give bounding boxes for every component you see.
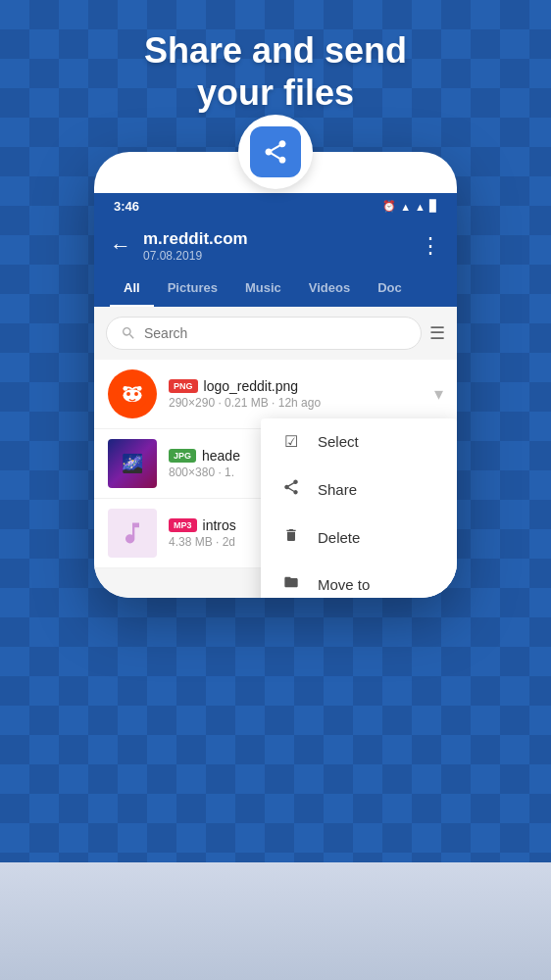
back-button[interactable]: ← (110, 233, 131, 259)
wifi-icon: ▲ (400, 201, 411, 213)
site-name: m.reddit.com (143, 229, 248, 249)
phone-body: 3:46 ⏰ ▲ ▲ ▊ ← m.reddit.com 07.08.2019 ⋮… (94, 152, 457, 598)
hero-title: Share and send your files (0, 29, 551, 114)
tab-all[interactable]: All (110, 270, 154, 305)
file-name: intros (203, 517, 236, 533)
svg-point-2 (126, 392, 130, 396)
share-icon-circle (238, 115, 313, 189)
search-area: ☰ (94, 307, 457, 360)
menu-label-select: Select (318, 433, 359, 450)
search-icon (121, 325, 136, 341)
svg-point-1 (123, 389, 141, 402)
menu-label-delete: Delete (318, 529, 360, 546)
status-icons: ⏰ ▲ ▲ ▊ (382, 200, 437, 213)
app-header: ← m.reddit.com 07.08.2019 ⋮ (94, 220, 457, 270)
expand-icon[interactable]: ▾ (434, 383, 443, 405)
file-info: PNG logo_reddit.png 290×290 · 0.21 MB · … (169, 378, 423, 410)
alarm-icon: ⏰ (382, 200, 396, 213)
tabs-bar: All Pictures Music Videos Doc (94, 270, 457, 307)
file-thumbnail-header: 🌌 (108, 439, 157, 488)
signal-icon: ▲ (415, 201, 426, 213)
status-bar: 3:46 ⏰ ▲ ▲ ▊ (94, 193, 457, 220)
file-meta: 290×290 · 0.21 MB · 12h ago (169, 396, 423, 410)
share-icon (250, 126, 301, 177)
file-name-row: PNG logo_reddit.png (169, 378, 423, 394)
file-type-badge: PNG (169, 379, 198, 393)
delete-icon (280, 527, 302, 547)
svg-point-3 (134, 392, 138, 396)
tab-pictures[interactable]: Pictures (154, 270, 231, 305)
file-name: heade (202, 448, 240, 464)
file-type-badge: JPG (169, 449, 196, 463)
tab-doc[interactable]: Doc (364, 270, 416, 305)
phone-frame: 3:46 ⏰ ▲ ▲ ▊ ← m.reddit.com 07.08.2019 ⋮… (94, 152, 457, 598)
file-list: PNG logo_reddit.png 290×290 · 0.21 MB · … (94, 360, 457, 568)
menu-item-move[interactable]: Move to (261, 561, 457, 598)
search-input[interactable] (144, 325, 407, 341)
menu-item-select[interactable]: ☑ Select (261, 418, 457, 465)
menu-item-share[interactable]: Share (261, 465, 457, 514)
file-name: logo_reddit.png (204, 378, 299, 394)
header-title-block: m.reddit.com 07.08.2019 (143, 229, 248, 263)
move-icon (280, 574, 302, 594)
select-icon: ☑ (280, 432, 302, 451)
file-thumbnail-audio (108, 509, 157, 558)
list-item[interactable]: 🌌 JPG heade 800×380 · 1. ☑ Select (94, 429, 457, 499)
site-date: 07.08.2019 (143, 249, 248, 263)
battery-icon: ▊ (429, 200, 437, 213)
tab-music[interactable]: Music (231, 270, 295, 305)
bottom-area (0, 862, 551, 980)
context-menu: ☑ Select Share (261, 418, 457, 598)
filter-icon[interactable]: ☰ (429, 322, 445, 344)
header-left: ← m.reddit.com 07.08.2019 (110, 229, 248, 263)
search-wrapper (106, 317, 422, 350)
more-button[interactable]: ⋮ (420, 233, 441, 259)
menu-label-share: Share (318, 481, 357, 498)
menu-label-move: Move to (318, 576, 370, 593)
status-time: 3:46 (114, 199, 139, 214)
share-menu-icon (280, 478, 302, 500)
menu-item-delete[interactable]: Delete (261, 514, 457, 561)
tab-videos[interactable]: Videos (295, 270, 364, 305)
file-thumbnail-reddit (108, 369, 157, 418)
file-type-badge: MP3 (169, 518, 197, 532)
